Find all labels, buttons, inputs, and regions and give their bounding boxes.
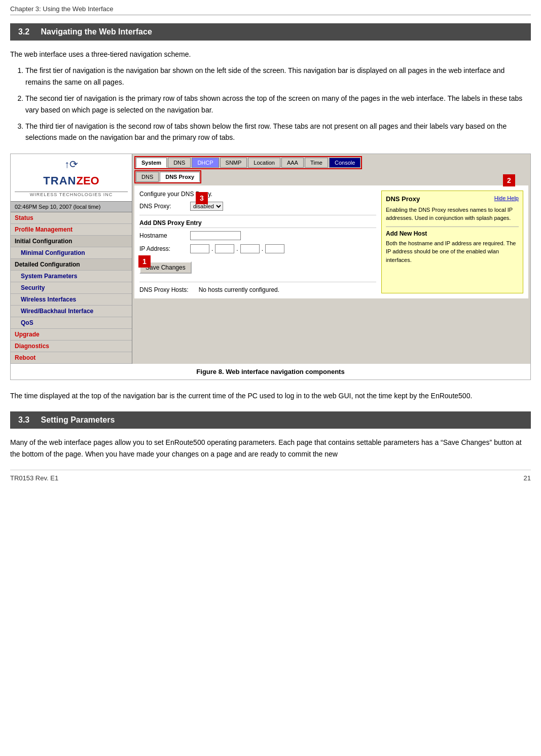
hostname-row: Hostname [139,231,376,240]
section-33-title: Setting Parameters [41,415,115,424]
tier-2-item: The second tier of navigation is the pri… [25,93,531,116]
footer-right: 21 [524,474,531,482]
section-33-body: Many of the web interface pages allow yo… [10,437,531,460]
page-container: Chapter 3: Using the Web Interface 3.2 N… [0,0,541,492]
callout-2: 2 [503,174,515,186]
hide-help-link[interactable]: Hide Help [494,195,519,201]
add-entry-title: Add DNS Proxy Entry [139,219,376,228]
nav-reboot[interactable]: Reboot [11,352,132,364]
tab-dns[interactable]: DNS [168,158,191,168]
tab-row-1-container: System DNS DHCP SNMP Location AAA Time C… [132,154,530,169]
nav-time: 02:46PM Sep 10, 2007 (local time) [11,202,132,212]
nav-system-parameters[interactable]: System Parameters [11,271,132,282]
chapter-header-text: Chapter 3: Using the Web Interface [10,5,114,13]
ip-octet-4[interactable] [265,244,284,253]
nav-detailed-config-section: Detailed Configuration [11,259,132,271]
nav-bar: ↑⟳ TRANZEO WIRELESS TECHNOLOGIES INC 02:… [11,154,132,364]
section-32-title: Navigating the Web Interface [41,27,152,36]
figure-caption: Figure 8. Web interface navigation compo… [11,364,530,380]
tab-row-2-box: DNS DNS Proxy [134,170,201,183]
configure-text: Configure your DNS Proxy. [139,191,376,198]
section-32-header: 3.2 Navigating the Web Interface [10,23,531,41]
ip-octet-3[interactable] [240,244,260,253]
logo-arrow-icon: ↑⟳ [64,158,78,170]
post-figure-text: The time displayed at the top of the nav… [10,390,531,401]
content-body: Configure your DNS Proxy. DNS Proxy: dis… [134,185,528,298]
chapter-header: Chapter 3: Using the Web Interface [10,5,531,15]
nav-wired-backhaul[interactable]: Wired/Backhaul Interface [11,306,132,317]
tier-3-item: The third tier of navigation is the seco… [25,121,531,143]
section-32-number: 3.2 [18,27,29,36]
footer: TR0153 Rev. E1 21 [10,470,531,482]
tab-dhcp[interactable]: DHCP [192,158,219,168]
hostname-label: Hostname [139,232,190,239]
main-content: System DNS DHCP SNMP Location AAA Time C… [132,154,530,364]
nav-diagnostics[interactable]: Diagnostics [11,341,132,352]
nav-security[interactable]: Security [11,282,132,294]
nav-logo: ↑⟳ TRANZEO WIRELESS TECHNOLOGIES INC [11,154,132,202]
dns-proxy-row: DNS Proxy: disabled enabled [139,202,376,211]
add-entry-section: Add DNS Proxy Entry Hostname IP Address: [139,215,376,253]
tab2-dns-proxy[interactable]: DNS Proxy [160,172,200,182]
tab-location[interactable]: Location [248,158,280,168]
tab2-dns[interactable]: DNS [136,172,159,182]
section-32-intro: The web interface uses a three-tiered na… [10,49,531,60]
logo-tran: TRAN [43,174,76,187]
help-subtitle: Add New Host [386,230,519,237]
ip-octet-2[interactable] [215,244,234,253]
ip-address-row: IP Address: . . . [139,244,376,253]
nav-upgrade[interactable]: Upgrade [11,329,132,341]
tab-system[interactable]: System [136,158,167,168]
ip-label: IP Address: [139,245,190,252]
help-divider [386,226,519,227]
nav-profile-management[interactable]: Profile Management [11,224,132,236]
ip-octet-1[interactable] [190,244,209,253]
help-text1: Enabling the DNS Proxy resolves names to… [386,206,519,222]
content-row: Configure your DNS Proxy. DNS Proxy: dis… [139,191,523,293]
footer-left: TR0153 Rev. E1 [10,474,58,482]
help-text2: Both the hostname and IP address are req… [386,239,519,264]
ip-input-group: . . . [190,244,284,253]
dns-proxy-label: DNS Proxy: [139,203,190,210]
section-33-number: 3.3 [18,415,29,424]
tab-aaa[interactable]: AAA [281,158,304,168]
dns-hosts-label: DNS Proxy Hosts: [139,286,189,293]
section-33-text: Many of the web interface pages allow yo… [10,437,531,460]
nav-minimal-config[interactable]: Minimal Configuration [11,247,132,259]
help-panel: Hide Help DNS Proxy Enabling the DNS Pro… [381,191,523,293]
nav-initial-config-section: Initial Configuration [11,236,132,247]
nav-status[interactable]: Status [11,212,132,224]
callout-1: 1 [138,255,151,268]
tab-row-2-container: DNS DNS Proxy [132,169,530,183]
dns-hosts-row: DNS Proxy Hosts: No hosts currently conf… [139,282,376,293]
tab-row-1-box: System DNS DHCP SNMP Location AAA Time C… [134,156,362,169]
tab-console[interactable]: Console [329,158,360,168]
navigation-tiers-list: The first tier of navigation is the navi… [25,65,531,143]
tab-snmp[interactable]: SNMP [220,158,247,168]
content-left: Configure your DNS Proxy. DNS Proxy: dis… [139,191,376,293]
section-32-body: The web interface uses a three-tiered na… [10,49,531,143]
callout-3: 3 [196,192,208,204]
section-33-header: 3.3 Setting Parameters [10,411,531,429]
tab-time[interactable]: Time [305,158,328,168]
hostname-input[interactable] [190,231,241,240]
logo-zeo: ZEO [76,174,99,187]
dns-hosts-value: No hosts currently configured. [199,286,279,293]
logo-sub: WIRELESS TECHNOLOGIES INC [15,192,128,197]
save-button-container: Save Changes [139,257,376,278]
logo-brand: TRANZEO [15,170,128,192]
figure-inner: ↑⟳ TRANZEO WIRELESS TECHNOLOGIES INC 02:… [11,154,530,364]
figure-container: ↑⟳ TRANZEO WIRELESS TECHNOLOGIES INC 02:… [10,154,531,380]
nav-qos[interactable]: QoS [11,317,132,329]
tier-1-item: The first tier of navigation is the navi… [25,65,531,88]
nav-wireless-interfaces[interactable]: Wireless Interfaces [11,294,132,306]
